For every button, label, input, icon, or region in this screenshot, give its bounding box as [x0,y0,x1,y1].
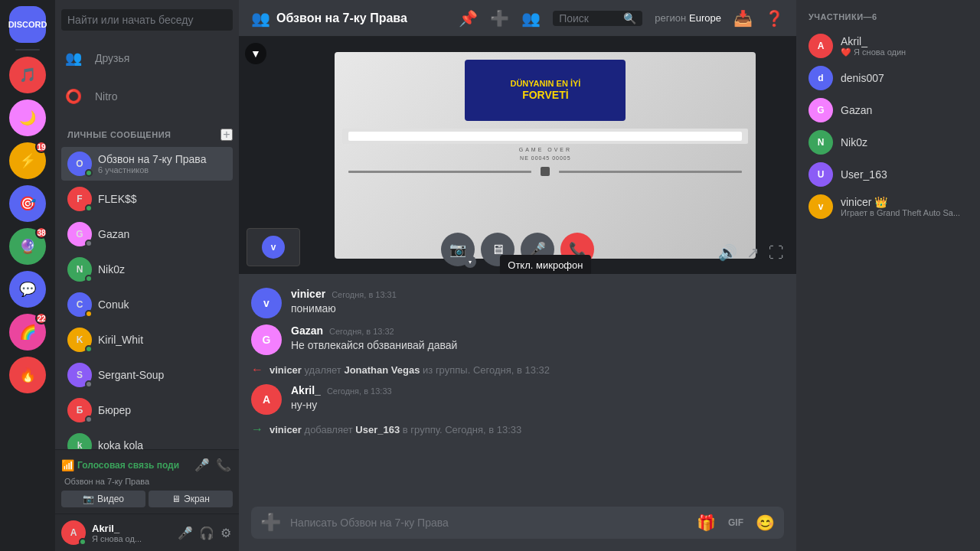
dm-item-koka[interactable]: k koka kola [61,429,233,449]
dm-item-conuk[interactable]: C Conuk [61,288,233,321]
dm-status-nikoz [85,275,93,282]
list-item[interactable]: A Akril_ ❤️ Я снова один [802,31,974,61]
volume-icon-button[interactable]: 🔊 [718,243,737,262]
list-item[interactable]: d denis007 [802,63,974,93]
dm-status-group [85,169,93,177]
user-name: Akril_ [92,523,170,534]
emoji-button[interactable]: 😊 [753,510,778,535]
dm-item-gazan[interactable]: G Gazan [61,217,233,251]
dm-item-kiril[interactable]: K Kiril_Whit [61,323,233,357]
server-icon-1[interactable]: 🎵 [9,57,46,93]
help-icon-button[interactable]: ❓ [765,9,784,28]
participant-avatar-akril: A [808,34,833,58]
dm-name-flek: FLEK$$ [98,193,227,205]
dm-section-label: ЛИЧНЫЕ СООБЩЕНИЯ [67,130,171,139]
mic-dropdown-button[interactable]: ▾ [544,256,556,268]
nitro-icon: ⭕ [61,84,86,109]
voice-screen-button[interactable]: 🖥 Экран [149,491,233,507]
message-input[interactable] [290,508,688,537]
mic-btn-wrapper: 🎤 ▾ [521,233,554,266]
dm-avatar-kiril: K [67,328,92,352]
user-info: Akril_ Я снова од... [92,523,170,543]
members-icon-button[interactable]: 👥 [521,9,541,28]
main-content: 👥 Обзвон на 7-ку Права 📌 ➕ 👥 🔍 регион Eu… [239,0,796,551]
list-item: ← vinicer удаляет Jonathan Vegas из груп… [251,360,784,380]
gift-icon-button[interactable]: 🎁 [694,510,719,535]
dm-name-nikoz: Nik0z [98,263,227,276]
header-icons: 📌 ➕ 👥 🔍 регион Europe 📥 ❓ [459,9,784,28]
camera-dropdown-button[interactable]: ▾ [464,256,476,268]
voice-video-button[interactable]: 📷 Видео [61,491,145,507]
dm-item-nikoz[interactable]: N Nik0z [61,253,233,286]
fullscreen-icon-button[interactable]: ⛶ [769,244,784,262]
video-area: ▼ DÜNYANIN EN İYİ FORVETİ GAME OVER NE 0… [239,37,796,274]
dm-items-list: О Обзвон на 7-ку Права 6 участников F FL… [55,144,239,449]
pin-icon-button[interactable]: 📌 [459,9,478,28]
message-header-akril: Akril_ Сегодня, в 13:33 [291,384,784,396]
mute-voice-button[interactable]: 🎤 [193,456,211,474]
list-item[interactable]: G Gazan [802,95,974,126]
server-icon-3[interactable]: ⚡ 19 [9,142,46,179]
add-member-icon-button[interactable]: ➕ [490,9,509,28]
server-icon-4[interactable]: 🎯 [9,185,46,222]
search-input[interactable] [61,9,233,31]
screen-share-content: DÜNYANIN EN İYİ FORVETİ GAME OVER NE 000… [335,52,756,259]
dm-item-text-koka: koka kola [98,439,227,449]
participants-header: УЧАСТНИКИ—6 [802,12,974,21]
server-icon-5[interactable]: 🔮 38 [9,228,46,265]
channel-header: 👥 Обзвон на 7-ку Права 📌 ➕ 👥 🔍 регион Eu… [239,0,796,37]
nitro-nav-item[interactable]: ⭕ Nitro [55,78,239,115]
dm-avatar-koka: k [67,433,92,449]
dm-sub-group: 6 участников [98,165,227,174]
server-badge-7: 22 [35,312,47,324]
user-avatar-initials: A [70,527,77,538]
server-icon-8-emoji: 🔥 [19,367,36,383]
dm-item-flek[interactable]: F FLEK$$ [61,182,233,216]
popout-icon-button[interactable]: ↗ [746,243,760,262]
server-icon-2[interactable]: 🌙 [9,99,46,136]
headset-control-button[interactable]: 🎧 [198,524,216,542]
add-attachment-button[interactable]: ➕ [257,507,284,539]
user-controls: 🎤 🎧 ⚙ [176,524,233,542]
collapse-video-button[interactable]: ▼ [245,43,266,64]
dm-item-text-byorer: Бюрер [98,404,227,416]
dm-avatar-byorer: Б [67,398,92,422]
dm-item-group[interactable]: О Обзвон на 7-ку Права 6 участников [61,147,233,181]
server-badge-3: 19 [35,141,47,153]
dm-name-koka: koka kola [98,439,227,449]
message-header-gazan: Gazan Сегодня, в 13:32 [291,324,784,337]
end-call-button[interactable]: 📞 [560,233,594,266]
dm-item-text-nikoz: Nik0z [98,263,227,276]
participant-name-vinicer: vinicer 👑 [841,196,968,208]
header-search-input[interactable] [559,12,620,24]
friends-nav-item[interactable]: 👥 Друзья [55,40,239,77]
voice-buttons: 📷 Видео 🖥 Экран [61,491,233,507]
list-item[interactable]: v vinicer 👑 Играет в Grand Theft Auto Sa… [802,191,974,222]
server-icon-7[interactable]: 🌈 22 [9,314,46,350]
disconnect-voice-button[interactable]: 📞 [214,456,233,474]
server-icon-7-emoji: 🌈 [19,324,36,341]
dm-item-byorer[interactable]: Б Бюрер [61,393,233,427]
camera-icon: 📷 [83,494,94,504]
mic-control-button[interactable]: 🎤 [176,524,194,542]
discord-home-button[interactable]: DISCORD [9,6,46,43]
new-dm-button[interactable]: + [220,129,233,141]
list-item[interactable]: N Nik0z [802,127,974,158]
message-header-vinicer-1: vinicer Сегодня, в 13:31 [291,288,784,300]
message-text-akril: ну-ну [291,398,784,412]
server-icon-8[interactable]: 🔥 [9,357,46,393]
message-text-vinicer-1: понимаю [291,302,784,316]
region-label: регион [655,12,686,24]
dm-item-sergant[interactable]: S Sergant-Soup [61,358,233,392]
settings-control-button[interactable]: ⚙ [219,524,233,542]
table-row: v vinicer Сегодня, в 13:31 понимаю [251,286,784,320]
message-input-wrapper: ➕ 🎁 GIF 😊 [251,507,784,539]
server-icon-6[interactable]: 💬 [9,271,46,308]
inbox-icon-button[interactable]: 📥 [733,9,753,28]
screen-dropdown-button[interactable]: ▾ [504,256,516,268]
remove-arrow-icon: ← [251,363,263,377]
message-avatar-akril: A [251,384,282,415]
gif-button[interactable]: GIF [725,514,746,531]
server-icon-6-emoji: 💬 [19,281,36,298]
list-item[interactable]: U User_163 [802,159,974,190]
